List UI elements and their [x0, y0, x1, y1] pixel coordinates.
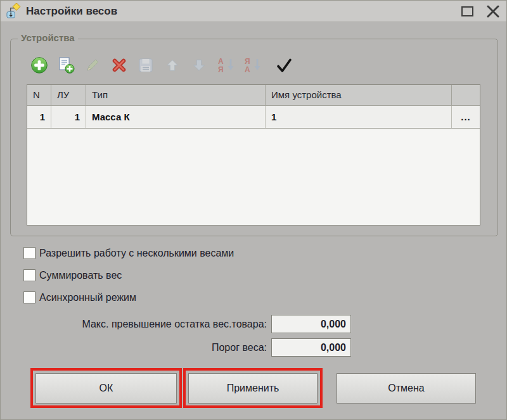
- save-icon: [136, 56, 155, 75]
- weights-settings-dialog: Настройки весов Устройства: [0, 0, 507, 420]
- svg-text:А: А: [218, 57, 224, 66]
- svg-text:А: А: [245, 65, 250, 74]
- browse-ellipsis-button[interactable]: ...: [452, 106, 480, 128]
- checkbox-row-sum-weight[interactable]: Суммировать вес: [23, 269, 122, 281]
- max-excess-label: Макс. превышение остатка вес.товара:: [20, 319, 267, 330]
- sort-asc-icon: А Я: [216, 56, 235, 75]
- devices-group-label: Устройства: [18, 32, 78, 43]
- column-header-lu[interactable]: ЛУ: [51, 85, 86, 105]
- table-empty-area: [27, 129, 480, 225]
- move-up-icon: [163, 56, 182, 75]
- column-header-device-name[interactable]: Имя устройства: [266, 85, 452, 105]
- cancel-button[interactable]: Отмена: [337, 373, 476, 404]
- add-icon[interactable]: [30, 56, 49, 75]
- multiple-scales-checkbox[interactable]: [23, 247, 35, 259]
- sum-weight-checkbox[interactable]: [23, 269, 35, 281]
- add-copy-icon[interactable]: [56, 56, 75, 75]
- cell-device-name[interactable]: 1: [266, 106, 452, 128]
- edit-icon: [83, 56, 102, 75]
- column-header-type[interactable]: Тип: [86, 85, 266, 105]
- checkbox-row-multiple-scales[interactable]: Разрешить работу с несколькими весами: [23, 247, 234, 259]
- window-controls: [461, 1, 506, 22]
- devices-toolbar: А Я Я А: [30, 56, 293, 75]
- cell-type[interactable]: Масса К: [86, 106, 266, 128]
- table-header-row: N ЛУ Тип Имя устройства: [27, 85, 480, 106]
- maximize-icon[interactable]: [461, 6, 473, 16]
- dialog-scales-icon: [6, 3, 22, 19]
- multiple-scales-label: Разрешить работу с несколькими весами: [39, 248, 234, 259]
- checkbox-row-async-mode[interactable]: Асинхронный режим: [23, 291, 136, 303]
- delete-icon[interactable]: [110, 56, 129, 75]
- sort-desc-icon: Я А: [243, 56, 262, 75]
- sum-weight-label: Суммировать вес: [39, 270, 122, 281]
- weight-threshold-input[interactable]: [271, 338, 351, 357]
- apply-button[interactable]: Применить: [188, 373, 318, 404]
- cell-n: 1: [27, 106, 51, 128]
- dialog-title: Настройки весов: [26, 5, 117, 18]
- close-icon[interactable]: [486, 5, 500, 18]
- column-header-n[interactable]: N: [27, 85, 51, 105]
- confirm-icon[interactable]: [274, 56, 293, 75]
- svg-text:Я: Я: [245, 57, 250, 66]
- ok-button[interactable]: ОК: [35, 373, 177, 404]
- devices-table: N ЛУ Тип Имя устройства 1 1 Масса К 1 ..…: [27, 84, 480, 226]
- titlebar: Настройки весов: [1, 1, 506, 22]
- async-mode-checkbox[interactable]: [23, 291, 35, 303]
- table-row[interactable]: 1 1 Масса К 1 ...: [27, 106, 480, 129]
- max-excess-input[interactable]: [271, 315, 351, 333]
- cell-lu: 1: [51, 106, 86, 128]
- weight-threshold-label: Порог веса:: [20, 342, 267, 353]
- devices-groupbox: Устройства: [10, 39, 498, 236]
- svg-text:Я: Я: [218, 65, 224, 74]
- async-mode-label: Асинхронный режим: [39, 292, 136, 303]
- column-header-browse: [452, 85, 480, 105]
- move-down-icon: [189, 56, 209, 75]
